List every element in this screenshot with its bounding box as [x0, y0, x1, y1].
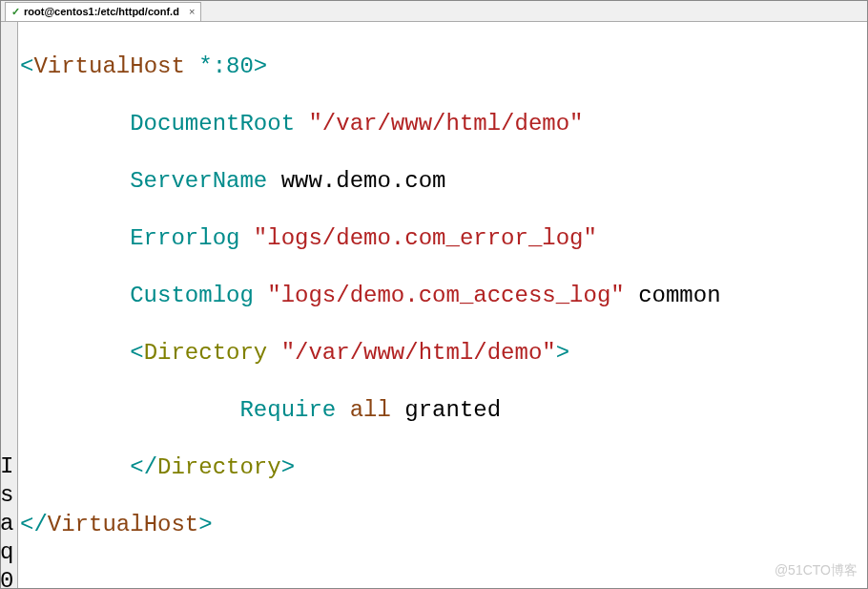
tag-name: VirtualHost	[48, 512, 198, 537]
check-icon: ✓	[11, 6, 20, 18]
angle-bracket: >	[254, 53, 267, 79]
angle-bracket: >	[556, 340, 569, 366]
code-line: <VirtualHost *:80>	[20, 53, 867, 81]
editor-wrap: <VirtualHost *:80> DocumentRoot "/var/ww…	[1, 22, 867, 588]
angle-bracket: >	[281, 454, 295, 480]
tab-title: root@centos1:/etc/httpd/conf.d	[24, 6, 179, 17]
tag-name: Directory	[157, 454, 281, 480]
angle-bracket: <	[130, 454, 143, 480]
code-line: </Directory>	[20, 453, 867, 482]
value: www.demo.com	[281, 168, 446, 194]
code-area[interactable]: <VirtualHost *:80> DocumentRoot "/var/ww…	[18, 22, 867, 588]
code-line	[20, 568, 867, 589]
angle-bracket: <	[20, 512, 33, 537]
value: granted	[404, 397, 501, 423]
code-line: ServerName www.demo.com	[20, 167, 867, 196]
code-line: DocumentRoot "/var/www/html/demo"	[20, 110, 867, 138]
directive-key: Customlog	[130, 283, 254, 308]
string: "/var/www/html/demo"	[308, 111, 583, 137]
directive-key: ServerName	[130, 168, 267, 194]
close-icon[interactable]: ×	[189, 6, 195, 17]
code-line: </VirtualHost>	[20, 511, 867, 539]
tag-attr: "/var/www/html/demo"	[267, 340, 555, 366]
string: "logs/demo.com_access_log"	[267, 283, 624, 308]
code-line: Customlog "logs/demo.com_access_log" com…	[20, 282, 867, 310]
directive-key: Errorlog	[130, 225, 239, 251]
string: "logs/demo.com_error_log"	[254, 225, 597, 251]
angle-bracket: <	[130, 340, 143, 366]
slash: /	[33, 512, 47, 537]
tag-attr: *:80	[185, 53, 254, 79]
directive-key: DocumentRoot	[130, 111, 295, 137]
tab-bar: ✓ root@centos1:/etc/httpd/conf.d ×	[1, 1, 867, 22]
value: all	[350, 397, 391, 423]
directive-key: Require	[239, 397, 336, 423]
editor-tab[interactable]: ✓ root@centos1:/etc/httpd/conf.d ×	[5, 2, 201, 21]
code-line: Errorlog "logs/demo.com_error_log"	[20, 224, 867, 253]
tag-name: VirtualHost	[33, 53, 184, 79]
angle-bracket: <	[20, 53, 33, 79]
watermark: @51CTO博客	[775, 556, 858, 584]
slash: /	[144, 454, 157, 480]
gutter	[1, 22, 18, 588]
code-line: Require all granted	[20, 396, 867, 425]
tag-name: Directory	[144, 340, 268, 366]
code-line: <Directory "/var/www/html/demo">	[20, 339, 867, 368]
angle-bracket: >	[198, 512, 212, 537]
value: common	[638, 283, 720, 308]
